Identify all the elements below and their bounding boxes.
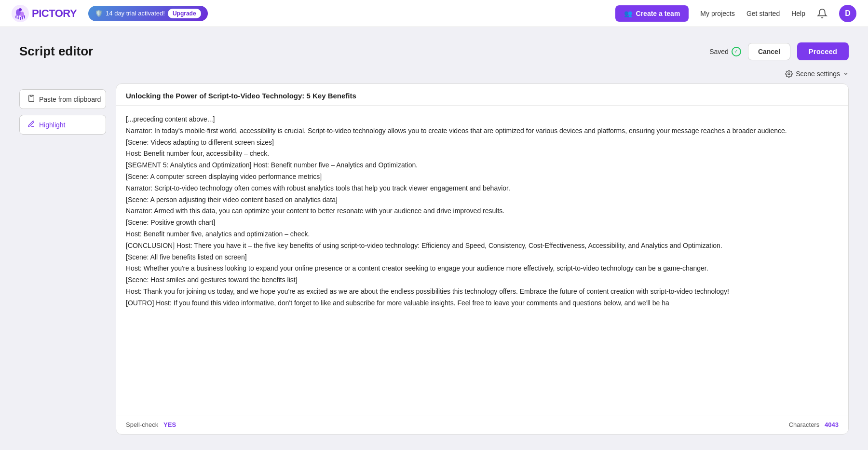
script-text: [...preceding content above...] Narrator…	[126, 114, 839, 309]
chevron-down-icon	[843, 71, 849, 77]
scene-settings-row: Scene settings	[19, 70, 849, 78]
main-wrapper: Script editor Saved ✓ Cancel Proceed Sce…	[0, 27, 868, 450]
editor-footer: Spell-check YES Characters 4043	[116, 415, 848, 434]
editor-panel: [...preceding content above...] Narrator…	[116, 83, 849, 435]
trial-badge: 🛡️ 14 day trial activated! Upgrade	[88, 6, 208, 21]
clipboard-icon	[27, 95, 35, 104]
svg-rect-5	[30, 95, 32, 96]
saved-check-icon: ✓	[732, 47, 741, 56]
header-nav: 👥 Create a team My projects Get started …	[615, 5, 856, 22]
get-started-link[interactable]: Get started	[746, 10, 780, 17]
create-team-button[interactable]: 👥 Create a team	[615, 5, 689, 22]
spell-check-yes-button[interactable]: YES	[163, 421, 176, 428]
editor-title-input[interactable]	[126, 92, 839, 100]
scene-settings-button[interactable]: Scene settings	[785, 70, 849, 78]
title-actions: Saved ✓ Cancel Proceed	[709, 42, 849, 60]
editor-title-bar	[116, 84, 848, 106]
char-count: Characters 4043	[789, 421, 839, 428]
my-projects-link[interactable]: My projects	[700, 10, 735, 17]
logo-icon	[12, 5, 29, 22]
cancel-button[interactable]: Cancel	[748, 43, 790, 60]
spell-check: Spell-check YES	[126, 421, 176, 428]
paste-from-clipboard-button[interactable]: Paste from clipboard	[19, 89, 106, 109]
trial-text: 14 day trial activated!	[106, 10, 165, 17]
help-link[interactable]: Help	[791, 10, 805, 17]
proceed-button[interactable]: Proceed	[797, 42, 849, 60]
logo-text: PICTORY	[32, 7, 77, 20]
notification-bell-icon[interactable]	[817, 8, 827, 19]
svg-point-3	[19, 8, 22, 11]
left-tools: Paste from clipboard Highlight	[19, 83, 116, 435]
page-title-row: Script editor Saved ✓ Cancel Proceed	[19, 42, 849, 60]
content-area: Paste from clipboard Highlight [...prece…	[19, 83, 849, 435]
gear-icon	[785, 70, 793, 78]
upgrade-button[interactable]: Upgrade	[168, 9, 201, 18]
logo[interactable]: PICTORY	[12, 5, 77, 22]
saved-label: Saved	[709, 48, 729, 55]
trial-shield-icon: 🛡️	[95, 10, 103, 17]
spell-check-label: Spell-check	[126, 421, 158, 428]
highlight-button[interactable]: Highlight	[19, 115, 106, 135]
avatar[interactable]: D	[839, 5, 856, 22]
char-count-label: Characters	[789, 421, 820, 428]
editor-body[interactable]: [...preceding content above...] Narrator…	[116, 106, 848, 415]
char-count-value: 4043	[825, 421, 839, 428]
saved-badge: Saved ✓	[709, 47, 741, 56]
team-icon: 👥	[624, 10, 632, 17]
scene-settings-label: Scene settings	[796, 70, 840, 78]
svg-point-4	[788, 73, 790, 75]
app-header: PICTORY 🛡️ 14 day trial activated! Upgra…	[0, 0, 868, 27]
page-title: Script editor	[19, 44, 93, 59]
highlight-icon	[27, 120, 35, 129]
